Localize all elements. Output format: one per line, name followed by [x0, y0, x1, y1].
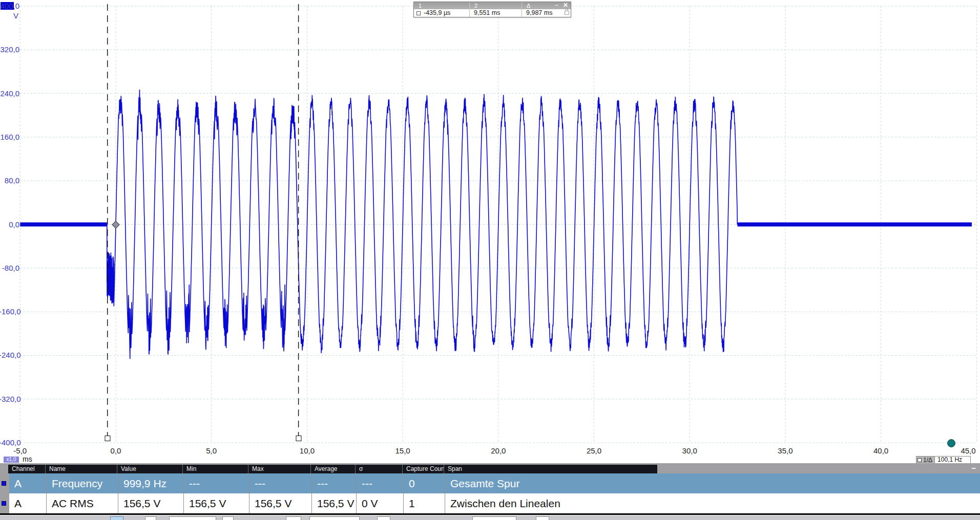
time-cursor-1-handle[interactable]	[105, 436, 110, 441]
table-cell[interactable]: 1	[403, 493, 445, 513]
delta-symbol: Δ	[527, 3, 530, 9]
column-header-average[interactable]: Average	[310, 465, 355, 473]
cutoff-control[interactable]	[145, 516, 156, 520]
delta-column-header: Δ − ✕	[522, 2, 571, 9]
table-cell[interactable]: Frequency	[46, 473, 118, 493]
waveform-chart-area[interactable]: 400,0320,0240,0160,080,00,0-80,0-160,0-2…	[0, 0, 980, 463]
inverse-delta-frequency-value: 100,1 Hz	[935, 456, 971, 464]
cursor-link-checkbox[interactable]	[416, 11, 421, 15]
cutoff-toolbar-strip	[0, 515, 980, 520]
cutoff-control[interactable]	[110, 516, 123, 520]
table-cell[interactable]: 156,5 V	[183, 493, 249, 513]
table-cell[interactable]: ---	[183, 473, 249, 493]
table-cell[interactable]: 156,5 V	[311, 493, 356, 513]
y-tick-label: 320,0	[0, 46, 19, 53]
table-cell[interactable]: Zwischen den Linealen	[445, 493, 658, 513]
cutoff-control[interactable]	[222, 516, 234, 520]
x-tick-label: 10,0	[300, 446, 315, 455]
cutoff-control[interactable]	[377, 516, 390, 520]
cutoff-control[interactable]	[472, 516, 516, 520]
inverse-delta-checkbox[interactable]	[918, 458, 922, 462]
row-gutter	[0, 473, 9, 493]
y-tick-label: -240,0	[0, 352, 19, 359]
cursor1-time-value: -435,9 µs	[424, 9, 450, 17]
column-header-channel[interactable]: Channel	[8, 465, 45, 473]
table-cell[interactable]: ---	[249, 473, 311, 493]
cursor1-column-header: 1	[414, 2, 469, 9]
cutoff-control[interactable]	[286, 516, 301, 520]
y-tick-label: 400,0	[0, 3, 19, 10]
channel-a-waveform	[107, 90, 738, 359]
delta-time-value: 9,987 ms	[526, 9, 552, 16]
y-tick-label: -320,0	[0, 396, 19, 403]
y-tick-label: 160,0	[0, 134, 19, 141]
y-tick-label: -80,0	[0, 265, 19, 272]
time-zoom-badge[interactable]: x1,0	[4, 457, 19, 463]
table-row[interactable]: AAC RMS156,5 V156,5 V156,5 V156,5 V0 V1Z…	[0, 493, 980, 513]
table-cell[interactable]: 0	[403, 473, 445, 493]
axis-end-marker-icon[interactable]	[947, 439, 955, 447]
table-cell[interactable]: 999,9 Hz	[118, 473, 183, 493]
table-cell[interactable]: 0 V	[356, 493, 403, 513]
y-tick-label: 80,0	[0, 177, 19, 184]
column-header-min[interactable]: Min	[182, 465, 248, 473]
column-header-capture-count[interactable]: Capture Count	[402, 465, 444, 473]
row-gutter	[0, 493, 9, 513]
row-channel-marker-icon[interactable]	[2, 501, 6, 506]
measurements-table-header: ChannelNameValueMinMaxAverageσCapture Co…	[0, 465, 980, 473]
column-header-max[interactable]: Max	[248, 465, 310, 473]
table-cell[interactable]: A	[9, 473, 46, 493]
oscilloscope-app: 400,0320,0240,0160,080,00,0-80,0-160,0-2…	[0, 0, 980, 520]
x-tick-label: 40,0	[873, 446, 888, 455]
table-cell[interactable]: 156,5 V	[118, 493, 183, 513]
y-tick-label: -400,0	[0, 439, 19, 446]
cutoff-control[interactable]	[309, 516, 360, 520]
x-tick-label: 30,0	[682, 446, 697, 455]
table-minimize-button[interactable]: −	[971, 464, 976, 472]
table-cell[interactable]: AC RMS	[46, 493, 118, 513]
table-row[interactable]: AFrequency999,9 Hz------------0Gesamte S…	[0, 473, 980, 493]
x-tick-label: 15,0	[395, 446, 410, 455]
table-cell[interactable]: 156,5 V	[249, 493, 311, 513]
time-cursor-2-handle[interactable]	[296, 436, 301, 441]
inverse-delta-label: 1/Δ	[923, 457, 932, 464]
cutoff-control[interactable]	[169, 516, 216, 520]
x-tick-label: -5,0	[13, 446, 27, 455]
x-axis-unit-label: ms	[23, 455, 32, 463]
cursor2-column-header: 2	[469, 2, 522, 9]
inverse-delta-frequency-box: 1/Δ 100,1 Hz	[916, 456, 971, 464]
delta-time-cell: 9,987 ms	[522, 9, 571, 17]
inverse-delta-label-segment: 1/Δ	[916, 456, 935, 464]
measurements-table: ChannelNameValueMinMaxAverageσCapture Co…	[0, 463, 980, 515]
table-cell[interactable]: ---	[356, 473, 403, 493]
waveform-plot[interactable]	[0, 0, 980, 463]
x-tick-label: 20,0	[491, 446, 506, 455]
y-axis-unit-label: V	[13, 11, 18, 20]
x-tick-label: 0,0	[111, 446, 121, 455]
row-channel-marker-icon[interactable]	[2, 481, 6, 486]
x-tick-label: 5,0	[206, 446, 217, 455]
x-tick-label: 35,0	[778, 446, 793, 455]
lock-icon[interactable]	[565, 11, 569, 15]
column-header-name[interactable]: Name	[45, 465, 117, 473]
close-button[interactable]: ✕	[561, 2, 570, 9]
cursor-readout-panel[interactable]: 1 2 Δ − ✕ -435,9 µs 9,551 ms 9,987 ms	[413, 2, 571, 17]
cursor1-value-cell: -435,9 µs	[414, 9, 469, 17]
table-cell[interactable]: ---	[311, 473, 356, 493]
x-tick-label: 25,0	[587, 446, 601, 455]
y-tick-label: -160,0	[0, 308, 19, 315]
column-header-σ[interactable]: σ	[355, 465, 402, 473]
y-tick-label: 240,0	[0, 90, 19, 97]
cursor-readout-values: -435,9 µs 9,551 ms 9,987 ms	[414, 9, 571, 17]
column-header-value[interactable]: Value	[117, 465, 182, 473]
minimize-button[interactable]: −	[552, 2, 560, 9]
cutoff-control[interactable]	[536, 516, 549, 520]
cursor2-time-value: 9,551 ms	[469, 9, 522, 17]
table-cell[interactable]: Gesamte Spur	[445, 473, 658, 493]
cursor-readout-header: 1 2 Δ − ✕	[414, 2, 571, 9]
y-tick-label: 0,0	[0, 221, 19, 228]
column-header-span[interactable]: Span	[444, 465, 657, 473]
x-tick-label: 45,0	[961, 446, 975, 455]
table-cell[interactable]: A	[9, 493, 46, 513]
